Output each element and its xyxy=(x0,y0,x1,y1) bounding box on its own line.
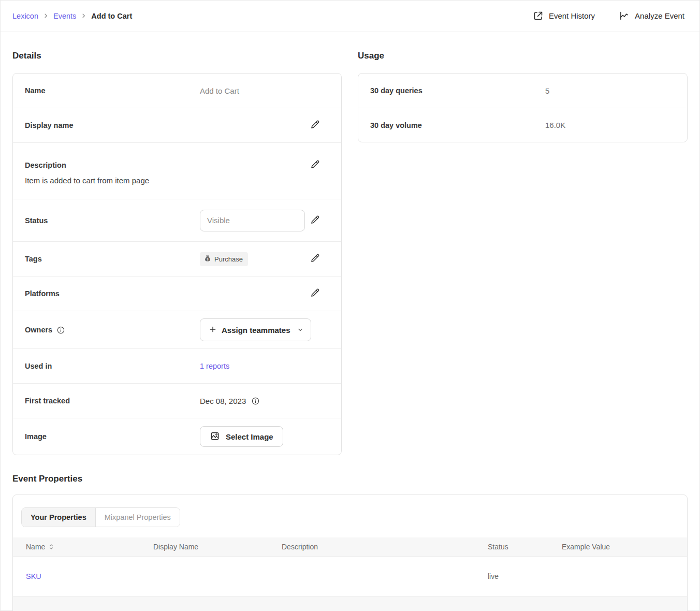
details-card: Name Add to Cart Display name xyxy=(12,73,342,455)
usage-card: 30 day queries 5 30 day volume 16.0K xyxy=(358,73,688,142)
external-link-icon xyxy=(533,10,544,21)
detail-row-first-tracked: First tracked Dec 08, 2023 xyxy=(13,383,341,418)
tab-your-properties[interactable]: Your Properties xyxy=(22,508,96,527)
detail-row-name: Name Add to Cart xyxy=(13,74,341,108)
lexicon-event-page: Lexicon Events Add to Cart Event History xyxy=(0,0,700,611)
status-select[interactable]: Visible xyxy=(200,210,305,231)
description-value: Item is added to cart from item page xyxy=(25,176,320,185)
owners-label: Owners xyxy=(25,326,52,334)
pencil-icon xyxy=(310,214,320,227)
detail-row-description: Description Item is added to cart from i… xyxy=(13,142,341,199)
event-history-button[interactable]: Event History xyxy=(533,10,595,21)
usage-row-queries: 30 day queries 5 xyxy=(358,74,687,108)
analyze-event-label: Analyze Event xyxy=(635,11,684,20)
used-in-value-wrap: 1 reports xyxy=(200,362,320,370)
usage-title: Usage xyxy=(358,51,688,61)
volume-label: 30 day volume xyxy=(370,121,545,129)
first-tracked-value: Dec 08, 2023 xyxy=(200,397,246,405)
usage-row-volume: 30 day volume 16.0K xyxy=(358,108,687,142)
detail-row-tags: Tags $ Purchase xyxy=(13,241,341,276)
details-title: Details xyxy=(12,51,342,61)
column-header-name[interactable]: Name xyxy=(13,543,153,551)
assign-teammates-button[interactable]: Assign teammates xyxy=(200,318,311,341)
edit-display-name-button[interactable] xyxy=(310,119,320,132)
detail-row-image: Image Select Image xyxy=(13,418,341,455)
column-header-status: Status xyxy=(488,543,562,551)
properties-table-header: Name Display Name Description Status Exa… xyxy=(13,537,687,556)
properties-tabs-wrap: Your Properties Mixpanel Properties xyxy=(13,495,687,537)
owners-value-wrap: Assign teammates xyxy=(200,318,320,341)
detail-row-owners: Owners Assign teammates xyxy=(13,311,341,348)
name-label: Name xyxy=(25,86,200,95)
detail-row-status: Status Visible xyxy=(13,199,341,241)
column-header-description: Description xyxy=(282,543,488,551)
owners-label-wrap: Owners xyxy=(25,326,200,334)
info-icon[interactable] xyxy=(251,397,260,405)
assign-teammates-label: Assign teammates xyxy=(222,326,290,334)
property-row-sku[interactable]: SKU live xyxy=(13,556,687,596)
first-tracked-value-wrap: Dec 08, 2023 xyxy=(200,397,320,405)
breadcrumb-events[interactable]: Events xyxy=(53,12,76,20)
first-tracked-label: First tracked xyxy=(25,397,200,405)
tab-mixpanel-properties[interactable]: Mixpanel Properties xyxy=(96,508,180,527)
status-label: Status xyxy=(25,216,200,225)
event-properties-title: Event Properties xyxy=(12,474,688,484)
money-bag-icon: $ xyxy=(204,255,211,264)
image-label: Image xyxy=(25,432,200,441)
used-in-reports-link[interactable]: 1 reports xyxy=(200,362,229,370)
breadcrumb-current: Add to Cart xyxy=(91,12,132,20)
event-properties-card: Your Properties Mixpanel Properties Name… xyxy=(12,494,688,611)
queries-value: 5 xyxy=(545,86,549,95)
chevron-right-icon xyxy=(43,13,49,19)
event-history-label: Event History xyxy=(549,11,595,20)
description-label: Description xyxy=(25,161,200,169)
chevron-right-icon xyxy=(81,13,86,19)
tags-value-wrap: $ Purchase xyxy=(200,252,310,266)
breadcrumb: Lexicon Events Add to Cart xyxy=(12,12,132,20)
sort-icon[interactable] xyxy=(49,544,54,550)
edit-tags-button[interactable] xyxy=(310,253,320,265)
properties-tabs: Your Properties Mixpanel Properties xyxy=(21,507,180,527)
tag-label: Purchase xyxy=(214,255,243,263)
header-actions: Event History Analyze Event xyxy=(533,10,684,21)
edit-status-button[interactable] xyxy=(310,214,320,227)
column-header-example-value: Example Value xyxy=(562,543,687,551)
pencil-icon xyxy=(310,253,320,265)
used-in-label: Used in xyxy=(25,362,200,370)
chevron-down-icon xyxy=(297,327,303,333)
pencil-icon xyxy=(310,159,320,171)
select-image-label: Select Image xyxy=(226,432,273,441)
column-header-display-name: Display Name xyxy=(153,543,282,551)
detail-row-platforms: Platforms xyxy=(13,276,341,311)
line-chart-icon xyxy=(619,10,630,21)
analyze-event-button[interactable]: Analyze Event xyxy=(619,10,684,21)
detail-row-display-name: Display name xyxy=(13,108,341,142)
name-value: Add to Cart xyxy=(200,86,320,95)
pencil-icon xyxy=(310,287,320,300)
select-image-button[interactable]: Select Image xyxy=(200,426,283,447)
status-value-wrap: Visible xyxy=(200,210,310,231)
column-header-name-label: Name xyxy=(26,543,45,551)
display-name-label: Display name xyxy=(25,121,200,129)
property-name-link[interactable]: SKU xyxy=(26,572,41,580)
top-bar: Lexicon Events Add to Cart Event History xyxy=(0,0,700,32)
image-value-wrap: Select Image xyxy=(200,426,320,447)
breadcrumb-lexicon[interactable]: Lexicon xyxy=(12,12,38,20)
plus-icon xyxy=(209,325,217,335)
edit-platforms-button[interactable] xyxy=(310,287,320,300)
platforms-label: Platforms xyxy=(25,289,200,298)
pencil-icon xyxy=(310,119,320,132)
image-icon xyxy=(210,431,220,443)
edit-description-button[interactable] xyxy=(310,159,320,171)
tag-chip-purchase[interactable]: $ Purchase xyxy=(200,252,248,266)
property-row-scroll[interactable]: Scroll % live xyxy=(13,596,687,611)
detail-row-used-in: Used in 1 reports xyxy=(13,348,341,383)
info-icon[interactable] xyxy=(56,326,65,334)
tags-label: Tags xyxy=(25,255,200,263)
property-status: live xyxy=(488,572,562,580)
queries-label: 30 day queries xyxy=(370,86,545,95)
volume-value: 16.0K xyxy=(545,121,565,129)
